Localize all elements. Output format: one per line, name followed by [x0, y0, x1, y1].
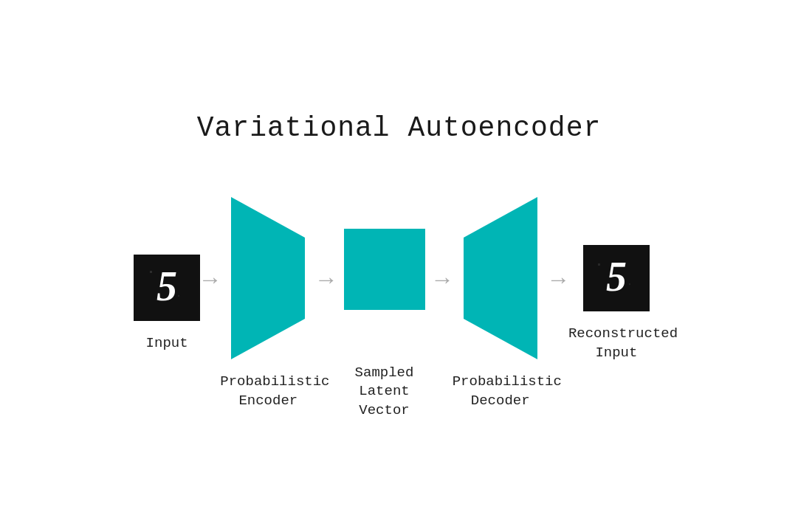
svg-rect-2 — [150, 271, 152, 273]
latent-shape — [344, 229, 425, 310]
decoder-component: ProbabilisticDecoder — [453, 197, 548, 410]
input-label: Input — [146, 334, 188, 353]
decoder-label: ProbabilisticDecoder — [453, 373, 548, 410]
svg-text:5: 5 — [156, 263, 177, 309]
output-image: 5 — [583, 245, 650, 311]
decoder-shape-svg — [464, 197, 537, 359]
arrow-1: → — [203, 269, 217, 339]
encoder-shape-svg — [231, 197, 305, 359]
input-component: 5 Input — [134, 255, 200, 353]
output-component: 5 ReconstructedInput — [568, 245, 664, 362]
arrow-4: → — [551, 269, 565, 339]
output-label: ReconstructedInput — [568, 325, 664, 362]
svg-rect-10 — [629, 283, 630, 285]
svg-text:5: 5 — [606, 254, 627, 300]
encoder-label: ProbabilisticEncoder — [220, 373, 316, 410]
page-title: Variational Autoencoder — [197, 112, 602, 144]
svg-marker-5 — [231, 197, 305, 359]
svg-rect-4 — [156, 299, 157, 300]
digit-5-input-svg: 5 — [134, 255, 200, 321]
arrow-2: → — [319, 269, 333, 339]
vae-diagram: 5 Input → ProbabilisticEncoder → Sampled… — [134, 188, 664, 421]
svg-rect-3 — [178, 295, 179, 297]
input-image: 5 — [134, 255, 200, 321]
encoder-component: ProbabilisticEncoder — [220, 197, 316, 410]
latent-component: SampledLatent Vector — [337, 188, 433, 421]
latent-label: SampledLatent Vector — [337, 364, 433, 421]
arrow-3: → — [436, 269, 450, 339]
svg-marker-6 — [464, 197, 537, 359]
digit-5-output-svg: 5 — [583, 245, 650, 311]
svg-rect-9 — [598, 263, 600, 266]
